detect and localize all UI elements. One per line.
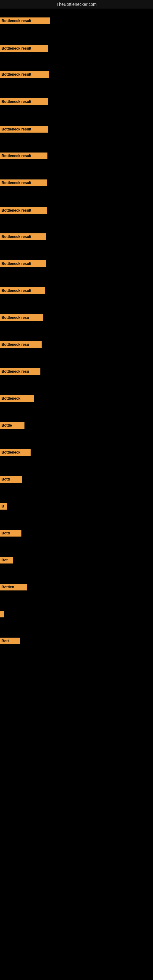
- bottleneck-bar-container: Bot: [0, 557, 13, 563]
- bottleneck-bar-container: Bottleneck resu: [0, 314, 43, 321]
- site-title-text: TheBottlenecker.com: [56, 2, 97, 7]
- bottleneck-bar-container: Bottleneck result: [0, 180, 47, 186]
- bottleneck-bar-container: Bottleneck result: [0, 260, 46, 267]
- bottleneck-bar-container: [0, 611, 4, 617]
- bottleneck-bar-container: Bottleneck result: [0, 98, 48, 105]
- bottleneck-bar[interactable]: Bottl: [0, 530, 21, 536]
- bottleneck-bar-container: Bottl: [0, 476, 22, 483]
- bottleneck-bar-container: Bottleneck result: [0, 287, 45, 294]
- bottleneck-bar[interactable]: Bottleneck: [0, 395, 33, 402]
- bottleneck-bar-container: Bottleneck result: [0, 126, 48, 133]
- bottleneck-bar-container: Bottleneck result: [0, 71, 49, 78]
- bottleneck-bar-container: Bottleneck: [0, 449, 30, 456]
- bottleneck-bar-container: Bottleneck resu: [0, 341, 41, 348]
- bottleneck-bar-container: Bottleneck result: [0, 18, 50, 24]
- bottleneck-bar-container: Bottleneck result: [0, 153, 48, 159]
- bottleneck-bar-container: Bottleneck result: [0, 233, 46, 240]
- bottleneck-bar[interactable]: Bottleneck result: [0, 45, 48, 52]
- bottleneck-bar[interactable]: Bottleneck result: [0, 98, 48, 105]
- bottleneck-bar[interactable]: Bottlen: [0, 584, 27, 590]
- bottleneck-bar[interactable]: Bottleneck result: [0, 180, 47, 186]
- bottleneck-bar[interactable]: Bott: [0, 638, 20, 644]
- bottleneck-bar[interactable]: Bottleneck result: [0, 71, 49, 78]
- bottleneck-bar[interactable]: Bottle: [0, 422, 24, 429]
- bottleneck-bar-container: Bottleneck result: [0, 207, 47, 214]
- bottleneck-bar[interactable]: Bottleneck resu: [0, 368, 40, 375]
- bottleneck-bar-container: Bottleneck: [0, 395, 33, 402]
- bottleneck-bar[interactable]: Bottleneck result: [0, 153, 48, 159]
- bottleneck-bar[interactable]: B: [0, 503, 7, 510]
- bottleneck-bar-container: Bottleneck result: [0, 45, 48, 52]
- bottleneck-bar[interactable]: Bot: [0, 557, 13, 563]
- bottleneck-bar[interactable]: Bottleneck result: [0, 233, 46, 240]
- bottleneck-bar[interactable]: Bottleneck result: [0, 207, 47, 214]
- bottleneck-bar-container: B: [0, 503, 7, 510]
- bottleneck-bar[interactable]: Bottleneck resu: [0, 314, 43, 321]
- bottleneck-bar[interactable]: Bottl: [0, 476, 22, 483]
- bottleneck-bar[interactable]: Bottleneck result: [0, 18, 50, 24]
- bottleneck-bar[interactable]: Bottleneck result: [0, 126, 48, 133]
- bottleneck-bar-container: Bott: [0, 638, 20, 644]
- bottleneck-bar-container: Bottleneck resu: [0, 368, 40, 375]
- bottleneck-bar-container: Bottle: [0, 422, 24, 429]
- bottleneck-bar[interactable]: Bottleneck result: [0, 260, 46, 267]
- bottleneck-bar-container: Bottlen: [0, 584, 27, 590]
- bottleneck-bar[interactable]: Bottleneck result: [0, 287, 45, 294]
- bottleneck-bar[interactable]: Bottleneck: [0, 449, 30, 456]
- bottleneck-bar[interactable]: [0, 611, 4, 617]
- bottleneck-bar[interactable]: Bottleneck resu: [0, 341, 41, 348]
- site-title: TheBottlenecker.com: [0, 0, 153, 9]
- bottleneck-bar-container: Bottl: [0, 530, 21, 536]
